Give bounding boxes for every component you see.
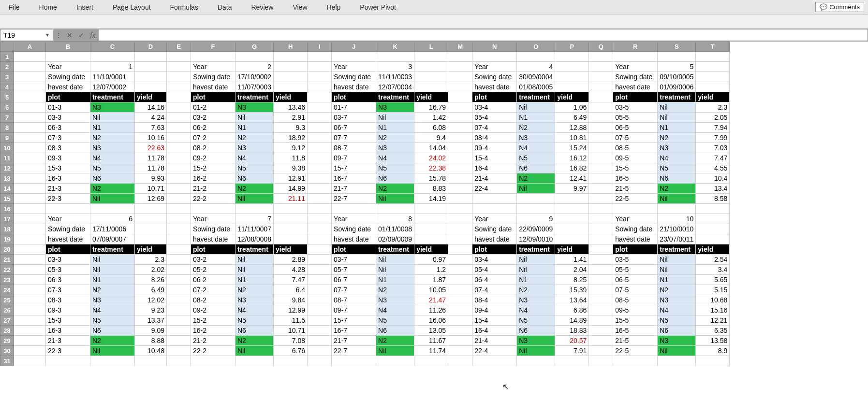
- row-header-7[interactable]: 7: [0, 113, 14, 123]
- cell-C8[interactable]: N1: [90, 123, 135, 133]
- cell-B11[interactable]: 09-3: [46, 153, 90, 163]
- cell-P2[interactable]: [555, 62, 589, 72]
- cell-Q1[interactable]: [589, 52, 613, 62]
- cell-P16[interactable]: [555, 204, 589, 214]
- cell-T31[interactable]: [696, 356, 730, 366]
- cell-G12[interactable]: N5: [235, 163, 274, 173]
- cell-L17[interactable]: [414, 214, 448, 224]
- cell-M6[interactable]: [448, 102, 472, 113]
- cell-N11[interactable]: 15-4: [472, 153, 517, 163]
- cell-S3[interactable]: 09/10/0005: [658, 72, 696, 82]
- cell-G1[interactable]: [235, 52, 274, 62]
- row-header-2[interactable]: 2: [0, 62, 14, 72]
- cell-L20[interactable]: yield: [414, 244, 448, 255]
- cell-I4[interactable]: [308, 82, 332, 92]
- cell-D3[interactable]: [135, 72, 167, 82]
- cell-R4[interactable]: havest date: [613, 82, 658, 92]
- col-header-F[interactable]: F: [191, 42, 235, 52]
- cell-N5[interactable]: plot: [472, 92, 517, 102]
- cell-K17[interactable]: 8: [376, 214, 414, 224]
- cell-I3[interactable]: [308, 72, 332, 82]
- cell-Q20[interactable]: [589, 244, 613, 255]
- cell-I14[interactable]: [308, 184, 332, 194]
- cell-D14[interactable]: 10.71: [135, 184, 167, 194]
- ribbon-tab-review[interactable]: Review: [247, 1, 279, 13]
- cell-L4[interactable]: [414, 82, 448, 92]
- cell-N13[interactable]: 21-4: [472, 173, 517, 184]
- cell-P13[interactable]: 12.41: [555, 173, 589, 184]
- cell-N26[interactable]: 09-4: [472, 305, 517, 315]
- col-header-B[interactable]: B: [46, 42, 90, 52]
- cell-J5[interactable]: plot: [332, 92, 376, 102]
- cell-E24[interactable]: [167, 285, 191, 295]
- cell-G4[interactable]: 11/07/0003: [235, 82, 274, 92]
- cell-M23[interactable]: [448, 275, 472, 285]
- cell-P29[interactable]: 20.57: [555, 336, 589, 346]
- cell-F20[interactable]: plot: [191, 244, 235, 255]
- cell-T12[interactable]: 4.55: [696, 163, 730, 173]
- cell-K8[interactable]: N1: [376, 123, 414, 133]
- cell-D22[interactable]: 2.02: [135, 265, 167, 275]
- cell-A9[interactable]: [14, 133, 46, 143]
- cell-K20[interactable]: treatment: [376, 244, 414, 255]
- cell-T14[interactable]: 13.4: [696, 184, 730, 194]
- cell-Q17[interactable]: [589, 214, 613, 224]
- cell-P23[interactable]: 8.25: [555, 275, 589, 285]
- cell-K31[interactable]: [376, 356, 414, 366]
- cell-O11[interactable]: N5: [517, 153, 555, 163]
- cell-O28[interactable]: N6: [517, 326, 555, 336]
- cell-B16[interactable]: [46, 204, 90, 214]
- col-header-H[interactable]: H: [274, 42, 308, 52]
- cell-D1[interactable]: [135, 52, 167, 62]
- cell-T30[interactable]: 8.9: [696, 346, 730, 356]
- cell-P18[interactable]: [555, 224, 589, 234]
- cell-N4[interactable]: havest date: [472, 82, 517, 92]
- cell-F11[interactable]: 09-2: [191, 153, 235, 163]
- col-header-J[interactable]: J: [332, 42, 376, 52]
- cell-A18[interactable]: [14, 224, 46, 234]
- cell-S6[interactable]: Nil: [658, 102, 696, 113]
- cell-M13[interactable]: [448, 173, 472, 184]
- cell-J30[interactable]: 22-7: [332, 346, 376, 356]
- cell-A15[interactable]: [14, 194, 46, 204]
- cell-R18[interactable]: Sowing date: [613, 224, 658, 234]
- cell-I21[interactable]: [308, 255, 332, 265]
- row-header-21[interactable]: 21: [0, 255, 14, 265]
- cell-H8[interactable]: 9.3: [274, 123, 308, 133]
- cell-C5[interactable]: treatment: [90, 92, 135, 102]
- cell-F8[interactable]: 06-2: [191, 123, 235, 133]
- row-header-18[interactable]: 18: [0, 224, 14, 234]
- cell-S7[interactable]: Nil: [658, 113, 696, 123]
- cell-L8[interactable]: 6.08: [414, 123, 448, 133]
- cell-L10[interactable]: 14.04: [414, 143, 448, 153]
- cell-F16[interactable]: [191, 204, 235, 214]
- cell-I31[interactable]: [308, 356, 332, 366]
- cell-O26[interactable]: N4: [517, 305, 555, 315]
- cell-H5[interactable]: yield: [274, 92, 308, 102]
- cell-Q2[interactable]: [589, 62, 613, 72]
- cell-A8[interactable]: [14, 123, 46, 133]
- col-header-Q[interactable]: Q: [589, 42, 613, 52]
- cell-D6[interactable]: 14.16: [135, 102, 167, 113]
- row-header-30[interactable]: 30: [0, 346, 14, 356]
- cell-N21[interactable]: 03-4: [472, 255, 517, 265]
- cell-O23[interactable]: N1: [517, 275, 555, 285]
- col-header-S[interactable]: S: [658, 42, 696, 52]
- col-header-N[interactable]: N: [472, 42, 517, 52]
- cell-I8[interactable]: [308, 123, 332, 133]
- cell-S24[interactable]: N2: [658, 285, 696, 295]
- cell-G28[interactable]: N6: [235, 326, 274, 336]
- select-all-corner[interactable]: [0, 42, 14, 52]
- row-header-12[interactable]: 12: [0, 163, 14, 173]
- cell-O25[interactable]: N3: [517, 295, 555, 305]
- cell-O6[interactable]: Nil: [517, 102, 555, 113]
- cell-J20[interactable]: plot: [332, 244, 376, 255]
- cell-D24[interactable]: 6.49: [135, 285, 167, 295]
- cell-C24[interactable]: N2: [90, 285, 135, 295]
- cell-N8[interactable]: 07-4: [472, 123, 517, 133]
- cell-P3[interactable]: [555, 72, 589, 82]
- cell-L23[interactable]: 1.87: [414, 275, 448, 285]
- cell-A17[interactable]: [14, 214, 46, 224]
- cell-K10[interactable]: N3: [376, 143, 414, 153]
- cell-P7[interactable]: 6.49: [555, 113, 589, 123]
